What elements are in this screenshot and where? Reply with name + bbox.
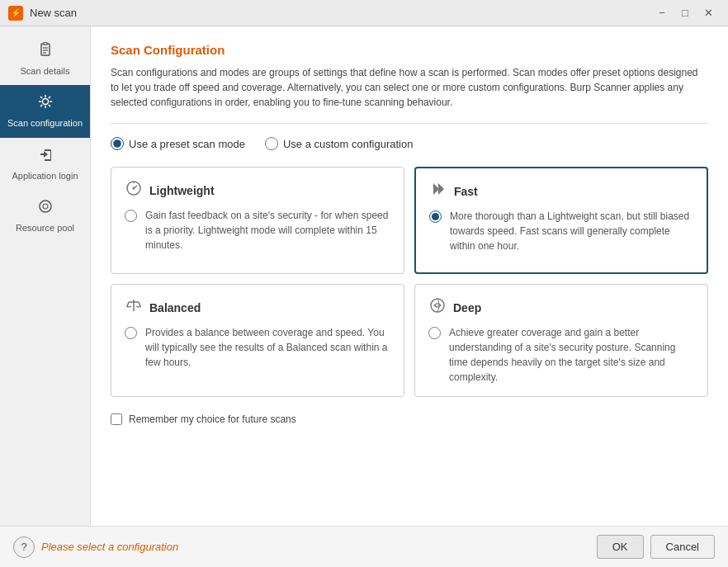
lightweight-card[interactable]: Lightweight Gain fast feedback on a site… [111, 167, 404, 274]
lightweight-radio-wrapper[interactable] [125, 210, 137, 224]
deep-icon [428, 296, 447, 319]
sidebar-label-scan-details: Scan details [21, 65, 70, 77]
balanced-card[interactable]: Balanced Provides a balance between cove… [111, 284, 404, 397]
sidebar-item-application-login[interactable]: Application login [0, 138, 90, 190]
svg-rect-1 [44, 43, 47, 45]
help-button[interactable]: ? [13, 536, 35, 558]
fast-radio-wrapper[interactable] [429, 210, 442, 225]
svg-marker-12 [433, 183, 439, 195]
remember-checkbox-label[interactable]: Remember my choice for future scans [111, 413, 708, 425]
ok-button[interactable]: OK [597, 535, 644, 559]
custom-configuration-option[interactable]: Use a custom configuration [265, 137, 414, 150]
svg-point-7 [43, 204, 48, 209]
svg-line-16 [127, 302, 129, 306]
section-description: Scan configurations and modes are groups… [111, 65, 708, 110]
sidebar-item-scan-configuration[interactable]: Scan configuration [0, 85, 90, 137]
app-icon: ⚡ [8, 6, 23, 21]
deep-header: Deep [428, 296, 694, 319]
new-scan-dialog: ⚡ New scan − □ ✕ Scan deta [0, 0, 728, 567]
minimize-button[interactable]: − [650, 4, 674, 22]
maximize-button[interactable]: □ [674, 4, 697, 22]
radio-group: Use a preset scan mode Use a custom conf… [111, 137, 708, 150]
lightweight-icon [125, 179, 143, 201]
fast-desc: More thorough than a Lightweight scan, b… [450, 209, 693, 253]
help-btn-wrapper: ? [13, 536, 35, 558]
application-login-icon [37, 146, 54, 167]
remember-label: Remember my choice for future scans [129, 413, 296, 425]
remember-checkbox[interactable] [111, 413, 122, 425]
custom-configuration-radio[interactable] [265, 137, 278, 150]
resource-pool-icon [37, 198, 54, 219]
section-title: Scan Configuration [111, 43, 708, 57]
window-title: New scan [30, 7, 650, 19]
scan-configuration-icon [37, 93, 54, 114]
preset-scan-mode-label: Use a preset scan mode [129, 138, 245, 150]
svg-point-5 [42, 99, 48, 105]
balanced-desc: Provides a balance between coverage and … [145, 325, 390, 370]
fast-icon [429, 180, 447, 202]
svg-point-11 [133, 187, 135, 190]
custom-configuration-label: Use a custom configuration [283, 138, 414, 150]
fast-card[interactable]: Fast More thorough than a Lightweight sc… [414, 167, 708, 274]
preset-scan-mode-radio[interactable] [111, 137, 124, 150]
lightweight-name: Lightweight [149, 184, 215, 197]
sidebar: Scan details Scan configuration [0, 26, 91, 526]
fast-radio[interactable] [429, 210, 442, 223]
divider [111, 123, 708, 124]
deep-radio-wrapper[interactable] [428, 327, 441, 342]
sidebar-label-resource-pool: Resource pool [16, 222, 74, 234]
lightweight-header: Lightweight [125, 179, 390, 201]
balanced-radio[interactable] [125, 327, 137, 339]
svg-point-6 [40, 201, 51, 212]
lightweight-desc: Gain fast feedback on a site's security … [145, 208, 390, 253]
title-bar: ⚡ New scan − □ ✕ [0, 0, 728, 26]
main-panel: Scan Configuration Scan configurations a… [91, 26, 728, 526]
dialog-footer: ? Please select a configuration OK Cance… [0, 526, 728, 567]
balanced-body: Provides a balance between coverage and … [125, 325, 390, 370]
deep-desc: Achieve greater coverage and gain a bett… [449, 325, 694, 385]
balanced-header: Balanced [125, 296, 390, 319]
dialog-body: Scan details Scan configuration [0, 26, 728, 526]
sidebar-item-resource-pool[interactable]: Resource pool [0, 190, 90, 242]
sidebar-label-scan-configuration: Scan configuration [7, 117, 83, 129]
balanced-radio-wrapper[interactable] [125, 327, 137, 342]
fast-body: More thorough than a Lightweight scan, b… [429, 209, 693, 253]
svg-marker-13 [438, 183, 444, 195]
balanced-icon [125, 296, 143, 319]
deep-name: Deep [453, 301, 481, 314]
deep-card[interactable]: Deep Achieve greater coverage and gain a… [414, 284, 708, 397]
lightweight-body: Gain fast feedback on a site's security … [125, 208, 390, 253]
lightweight-radio[interactable] [125, 210, 137, 222]
cancel-button[interactable]: Cancel [650, 535, 715, 559]
balanced-name: Balanced [149, 301, 201, 314]
deep-body: Achieve greater coverage and gain a bett… [428, 325, 694, 385]
sidebar-label-application-login: Application login [12, 170, 78, 182]
sidebar-item-scan-details[interactable]: Scan details [0, 33, 90, 85]
preset-scan-mode-option[interactable]: Use a preset scan mode [111, 137, 245, 150]
deep-radio[interactable] [428, 327, 441, 339]
svg-point-18 [431, 299, 444, 312]
svg-line-17 [139, 302, 140, 306]
footer-status: Please select a configuration [41, 541, 590, 553]
scan-details-icon [37, 41, 54, 62]
fast-header: Fast [429, 180, 693, 202]
close-button[interactable]: ✕ [697, 4, 720, 22]
scan-modes-grid: Lightweight Gain fast feedback on a site… [111, 167, 708, 397]
fast-name: Fast [454, 185, 478, 198]
